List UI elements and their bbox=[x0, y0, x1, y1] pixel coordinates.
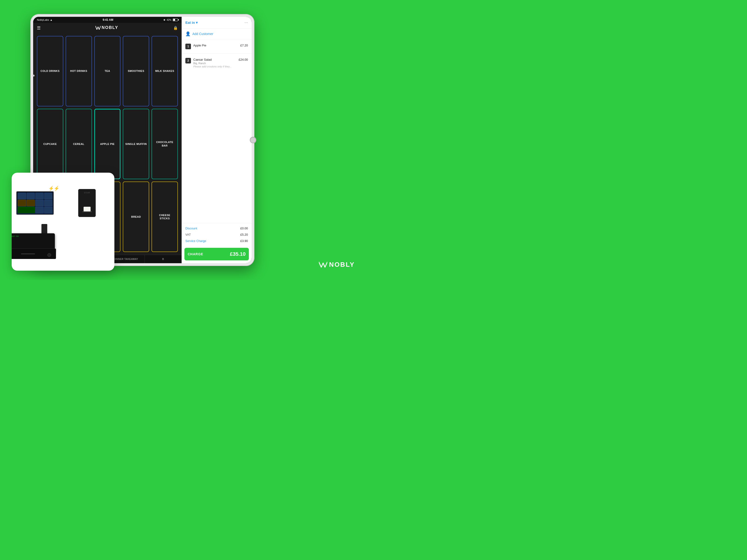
time-label: 9:41 AM bbox=[103, 18, 113, 22]
category-bread[interactable]: BREAD bbox=[123, 182, 149, 252]
category-single-muffin[interactable]: SINGLE MUFFIN bbox=[123, 109, 149, 179]
order-items-list: 1 Apple Pie £7.20 2 Caesar Salad Big, Ra… bbox=[182, 39, 252, 223]
item-quantity: 2 bbox=[185, 58, 191, 63]
order-divider bbox=[182, 53, 252, 54]
hardware-box: ⚡⚡ S bbox=[12, 173, 114, 271]
service-charge-value: £3.90 bbox=[240, 239, 248, 243]
wifi-icon: ▲ bbox=[50, 19, 53, 21]
eat-in-label: Eat in bbox=[185, 21, 195, 25]
nobly-footer-text: NOBLY bbox=[329, 261, 355, 268]
ts-btn bbox=[18, 207, 35, 213]
nobly-logo-icon bbox=[96, 26, 101, 30]
order-panel: Eat in ▾ ··· 👤 Add Customer 1 Apple Pie bbox=[182, 17, 252, 263]
ipad-home-button[interactable] bbox=[250, 137, 256, 143]
category-milk-shakes[interactable]: MILK SHAKES bbox=[152, 36, 178, 106]
service-charge-row: Service Charge £3.90 bbox=[185, 238, 248, 244]
nobly-footer-logo-icon bbox=[319, 262, 327, 268]
cash-drawer bbox=[12, 248, 56, 259]
ipad-side-button bbox=[33, 75, 34, 77]
category-apple-pie[interactable]: APPLE PIE bbox=[94, 109, 121, 179]
charge-label: CHARGE bbox=[188, 252, 203, 256]
vat-row: VAT £5.20 bbox=[185, 232, 248, 238]
item-subtitle: Big, Ranch bbox=[193, 62, 236, 64]
item-details: Caesar Salad Big, Ranch Please add crout… bbox=[193, 58, 236, 68]
customer-icon: 👤 bbox=[185, 31, 190, 36]
ts-btn bbox=[18, 193, 26, 199]
category-cheese-sticks[interactable]: CHEESE STICKS bbox=[152, 182, 178, 252]
ts-btn bbox=[35, 207, 44, 213]
status-bar: NoblyLabs ▲ 9:41 AM ✱ 42% bbox=[33, 17, 182, 23]
service-charge-label: Service Charge bbox=[185, 239, 206, 243]
charge-button[interactable]: CHARGE £35.10 bbox=[184, 248, 249, 260]
item-price: £24.00 bbox=[238, 58, 248, 61]
eat-in-button[interactable]: Eat in ▾ bbox=[185, 21, 198, 25]
receipt-paper bbox=[83, 207, 91, 211]
category-cereal[interactable]: CEREAL bbox=[66, 109, 92, 179]
order-item[interactable]: 1 Apple Pie £7.20 bbox=[182, 41, 252, 52]
ts-btn bbox=[35, 200, 44, 206]
item-quantity: 1 bbox=[185, 44, 191, 49]
ts-btn bbox=[27, 200, 35, 206]
pos-terminal: ⚡⚡ S bbox=[26, 184, 100, 259]
ts-btn bbox=[35, 193, 44, 199]
category-smoothies[interactable]: SMOOTHIES bbox=[123, 36, 149, 106]
category-cupcake[interactable]: CUPCAKE bbox=[37, 109, 63, 179]
hardware-inner: ⚡⚡ S bbox=[21, 180, 105, 264]
bluetooth-icon: ✱ bbox=[163, 19, 165, 21]
category-cold-drinks[interactable]: COLD DRINKS bbox=[37, 36, 63, 106]
nav-brand: NOBLY bbox=[102, 25, 118, 30]
ts-btn bbox=[44, 193, 53, 199]
item-note: Please add croutons only if they... bbox=[193, 65, 236, 68]
category-hot-drinks[interactable]: HOT DRINKS bbox=[66, 36, 92, 106]
item-name: Caesar Salad bbox=[193, 58, 236, 61]
category-chocolate-bar[interactable]: CHOCOLATE BAR bbox=[152, 109, 178, 179]
category-tea[interactable]: TEA bbox=[94, 36, 121, 106]
nobly-footer-logo: NOBLY bbox=[319, 261, 355, 268]
discount-value: £0.00 bbox=[240, 226, 248, 230]
ts-btn bbox=[27, 193, 35, 199]
item-name: Apple Pie bbox=[193, 44, 238, 47]
discount-row: Discount £0.00 bbox=[185, 225, 248, 232]
chevron-down-icon: ▾ bbox=[196, 21, 198, 25]
vat-label: VAT bbox=[185, 233, 191, 236]
ts-btn bbox=[18, 200, 26, 206]
order-totals: Discount £0.00 VAT £5.20 Service Charge … bbox=[182, 223, 252, 246]
order-header: Eat in ▾ ··· bbox=[182, 17, 252, 28]
nav-logo: NOBLY bbox=[41, 25, 173, 31]
carrier-label: NoblyLabs bbox=[37, 19, 49, 21]
receipt-slot bbox=[82, 211, 92, 212]
ts-btn bbox=[44, 207, 53, 213]
terminal-screen bbox=[16, 191, 54, 215]
status-left: NoblyLabs ▲ bbox=[37, 19, 53, 21]
status-right: ✱ 42% bbox=[163, 19, 178, 21]
nav-bar: ☰ NOBLY 🔒 bbox=[33, 23, 182, 33]
charge-amount: £35.10 bbox=[230, 251, 246, 257]
tab-b[interactable]: B bbox=[145, 255, 182, 263]
drawer-slot bbox=[21, 254, 35, 254]
discount-label: Discount bbox=[185, 226, 197, 230]
battery-icon bbox=[173, 19, 178, 21]
order-item[interactable]: 2 Caesar Salad Big, Ranch Please add cro… bbox=[182, 56, 252, 70]
more-options-button[interactable]: ··· bbox=[244, 20, 248, 25]
add-customer-button[interactable]: 👤 Add Customer bbox=[182, 28, 252, 39]
battery-percent: 42% bbox=[167, 19, 171, 21]
item-details: Apple Pie bbox=[193, 44, 238, 47]
terminal-screen-grid bbox=[17, 192, 53, 214]
receipt-printer: STAR bbox=[78, 189, 96, 217]
item-price: £7.20 bbox=[240, 44, 248, 47]
vat-value: £5.20 bbox=[240, 233, 248, 236]
ts-btn bbox=[44, 200, 53, 206]
lightning-icon: ⚡⚡ bbox=[48, 186, 59, 191]
add-customer-label: Add Customer bbox=[192, 32, 213, 36]
menu-button[interactable]: ☰ bbox=[37, 25, 41, 31]
lock-icon[interactable]: 🔒 bbox=[173, 26, 178, 30]
